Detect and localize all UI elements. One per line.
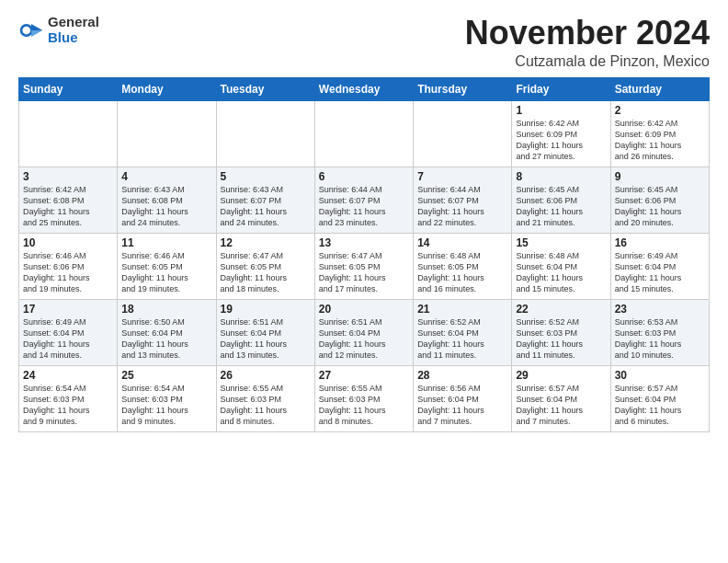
calendar-cell: 16Sunrise: 6:49 AM Sunset: 6:04 PM Dayli… [610,233,709,299]
day-info: Sunrise: 6:53 AM Sunset: 6:03 PM Dayligh… [615,316,705,362]
day-info: Sunrise: 6:55 AM Sunset: 6:03 PM Dayligh… [319,383,409,428]
main-container: General Blue November 2024 Cutzamala de … [0,0,728,442]
day-info: Sunrise: 6:56 AM Sunset: 6:04 PM Dayligh… [417,383,507,428]
day-info: Sunrise: 6:55 AM Sunset: 6:03 PM Dayligh… [221,383,311,428]
calendar-cell [314,100,413,167]
day-info: Sunrise: 6:45 AM Sunset: 6:06 PM Dayligh… [516,184,606,229]
day-info: Sunrise: 6:52 AM Sunset: 6:03 PM Dayligh… [516,316,606,362]
day-number: 14 [417,236,507,249]
calendar-body: 1Sunrise: 6:42 AM Sunset: 6:09 PM Daylig… [19,100,710,431]
calendar-week-4: 17Sunrise: 6:49 AM Sunset: 6:04 PM Dayli… [19,299,710,365]
day-number: 16 [615,236,705,249]
day-info: Sunrise: 6:47 AM Sunset: 6:05 PM Dayligh… [221,250,311,295]
svg-marker-2 [31,24,42,30]
day-number: 26 [221,369,311,382]
day-number: 4 [121,170,211,183]
day-number: 1 [516,104,606,117]
day-info: Sunrise: 6:45 AM Sunset: 6:06 PM Dayligh… [615,184,705,229]
logo: General Blue [18,15,99,45]
day-number: 8 [516,170,606,183]
day-number: 22 [516,303,606,316]
logo-blue-text: Blue [48,30,99,46]
calendar-cell: 10Sunrise: 6:46 AM Sunset: 6:06 PM Dayli… [19,233,118,299]
day-info: Sunrise: 6:51 AM Sunset: 6:04 PM Dayligh… [319,316,409,362]
calendar-cell: 21Sunrise: 6:52 AM Sunset: 6:04 PM Dayli… [414,299,512,365]
calendar-week-2: 3Sunrise: 6:42 AM Sunset: 6:08 PM Daylig… [19,167,710,233]
header-row-days: SundayMondayTuesdayWednesdayThursdayFrid… [19,77,710,100]
calendar-cell: 17Sunrise: 6:49 AM Sunset: 6:04 PM Dayli… [19,299,118,365]
day-number: 3 [23,170,113,183]
logo-icon [18,17,44,43]
day-number: 18 [121,303,211,316]
header-cell-tuesday: Tuesday [216,77,314,100]
calendar-cell: 26Sunrise: 6:55 AM Sunset: 6:03 PM Dayli… [216,365,314,431]
logo-general-text: General [48,15,99,30]
header-cell-wednesday: Wednesday [314,77,413,100]
day-number: 13 [319,236,409,249]
calendar-cell: 15Sunrise: 6:48 AM Sunset: 6:04 PM Dayli… [512,233,610,299]
day-number: 28 [417,369,507,382]
calendar-cell [216,100,314,167]
day-info: Sunrise: 6:49 AM Sunset: 6:04 PM Dayligh… [615,250,705,295]
calendar-cell: 6Sunrise: 6:44 AM Sunset: 6:07 PM Daylig… [314,167,413,233]
calendar-cell: 7Sunrise: 6:44 AM Sunset: 6:07 PM Daylig… [414,167,512,233]
svg-marker-3 [31,30,42,37]
day-number: 9 [615,170,705,183]
calendar-table: SundayMondayTuesdayWednesdayThursdayFrid… [18,77,710,432]
day-number: 6 [319,170,409,183]
header-row: General Blue November 2024 Cutzamala de … [18,15,710,70]
day-number: 29 [516,369,606,382]
calendar-cell: 14Sunrise: 6:48 AM Sunset: 6:05 PM Dayli… [414,233,512,299]
svg-point-1 [22,26,30,34]
calendar-cell: 28Sunrise: 6:56 AM Sunset: 6:04 PM Dayli… [414,365,512,431]
day-info: Sunrise: 6:42 AM Sunset: 6:09 PM Dayligh… [516,118,606,163]
day-info: Sunrise: 6:48 AM Sunset: 6:04 PM Dayligh… [516,250,606,295]
calendar-cell: 30Sunrise: 6:57 AM Sunset: 6:04 PM Dayli… [610,365,709,431]
day-info: Sunrise: 6:57 AM Sunset: 6:04 PM Dayligh… [615,383,705,428]
day-number: 10 [23,236,113,249]
calendar-week-5: 24Sunrise: 6:54 AM Sunset: 6:03 PM Dayli… [19,365,710,431]
calendar-cell [118,100,216,167]
header-cell-friday: Friday [512,77,610,100]
day-info: Sunrise: 6:54 AM Sunset: 6:03 PM Dayligh… [121,383,211,428]
day-number: 24 [23,369,113,382]
header-cell-sunday: Sunday [19,77,118,100]
calendar-cell: 13Sunrise: 6:47 AM Sunset: 6:05 PM Dayli… [314,233,413,299]
calendar-cell: 25Sunrise: 6:54 AM Sunset: 6:03 PM Dayli… [118,365,216,431]
header-cell-thursday: Thursday [414,77,512,100]
day-number: 20 [319,303,409,316]
day-number: 12 [221,236,311,249]
calendar-cell: 18Sunrise: 6:50 AM Sunset: 6:04 PM Dayli… [118,299,216,365]
calendar-header: SundayMondayTuesdayWednesdayThursdayFrid… [19,77,710,100]
calendar-cell: 24Sunrise: 6:54 AM Sunset: 6:03 PM Dayli… [19,365,118,431]
day-number: 23 [615,303,705,316]
calendar-cell: 11Sunrise: 6:46 AM Sunset: 6:05 PM Dayli… [118,233,216,299]
day-info: Sunrise: 6:50 AM Sunset: 6:04 PM Dayligh… [121,316,211,362]
day-number: 17 [23,303,113,316]
day-info: Sunrise: 6:52 AM Sunset: 6:04 PM Dayligh… [417,316,507,362]
calendar-cell: 2Sunrise: 6:42 AM Sunset: 6:09 PM Daylig… [610,100,709,167]
day-info: Sunrise: 6:46 AM Sunset: 6:05 PM Dayligh… [121,250,211,295]
calendar-cell: 5Sunrise: 6:43 AM Sunset: 6:07 PM Daylig… [216,167,314,233]
day-info: Sunrise: 6:46 AM Sunset: 6:06 PM Dayligh… [23,250,113,295]
day-info: Sunrise: 6:51 AM Sunset: 6:04 PM Dayligh… [221,316,311,362]
day-info: Sunrise: 6:48 AM Sunset: 6:05 PM Dayligh… [417,250,507,295]
calendar-cell: 1Sunrise: 6:42 AM Sunset: 6:09 PM Daylig… [512,100,610,167]
calendar-cell: 9Sunrise: 6:45 AM Sunset: 6:06 PM Daylig… [610,167,709,233]
calendar-cell: 22Sunrise: 6:52 AM Sunset: 6:03 PM Dayli… [512,299,610,365]
day-number: 2 [615,104,705,117]
calendar-cell: 8Sunrise: 6:45 AM Sunset: 6:06 PM Daylig… [512,167,610,233]
day-info: Sunrise: 6:49 AM Sunset: 6:04 PM Dayligh… [23,316,113,362]
day-number: 30 [615,369,705,382]
logo-text: General Blue [48,15,99,45]
day-info: Sunrise: 6:43 AM Sunset: 6:07 PM Dayligh… [221,184,311,229]
day-info: Sunrise: 6:44 AM Sunset: 6:07 PM Dayligh… [319,184,409,229]
calendar-cell: 4Sunrise: 6:43 AM Sunset: 6:08 PM Daylig… [118,167,216,233]
day-number: 21 [417,303,507,316]
calendar-cell [414,100,512,167]
header-cell-saturday: Saturday [610,77,709,100]
calendar-cell: 29Sunrise: 6:57 AM Sunset: 6:04 PM Dayli… [512,365,610,431]
day-number: 19 [221,303,311,316]
day-number: 5 [221,170,311,183]
day-number: 7 [417,170,507,183]
